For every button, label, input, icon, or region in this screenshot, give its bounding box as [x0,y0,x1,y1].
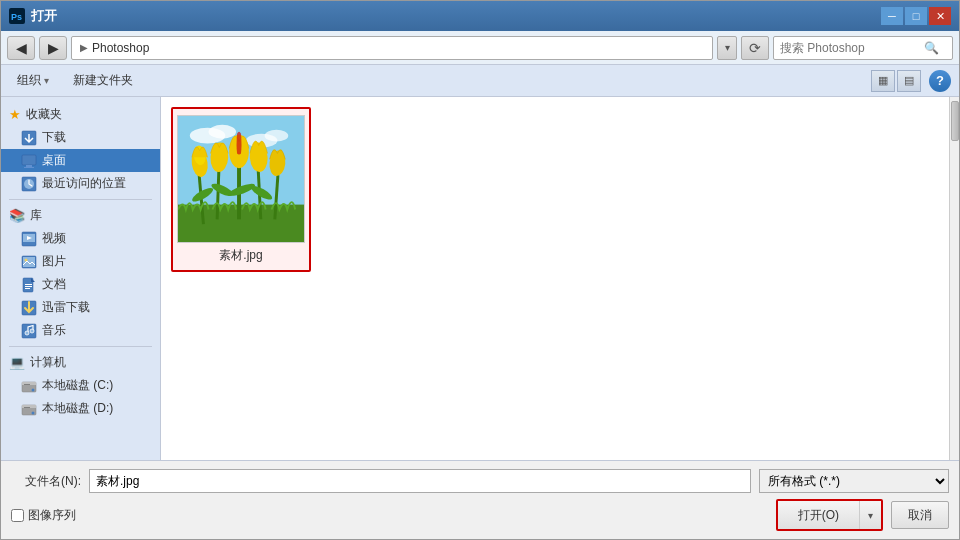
sidebar-item-desktop[interactable]: 桌面 [1,149,160,172]
desktop-icon [21,153,37,169]
main-area: ★ 收藏夹 下载 桌面 [1,97,959,460]
scrollbar-track[interactable] [949,97,959,460]
new-folder-label: 新建文件夹 [73,72,133,89]
breadcrumb[interactable]: ▶ Photoshop [71,36,713,60]
dialog-window: Ps 打开 ─ □ ✕ ◀ ▶ ▶ Photoshop ▾ ⟳ 🔍 [0,0,960,540]
file-item-sucai[interactable]: 素材.jpg [171,107,311,272]
svg-rect-12 [23,257,35,267]
filetype-select[interactable]: 所有格式 (*.*) [759,469,949,493]
tulip-svg [178,116,304,242]
open-dropdown-button[interactable]: ▾ [859,501,881,529]
close-button[interactable]: ✕ [929,7,951,25]
image-sequence-checkbox[interactable] [11,509,24,522]
documents-label: 文档 [42,276,66,293]
favorites-label: 收藏夹 [26,106,62,123]
open-button[interactable]: 打开(O) [778,501,859,529]
svg-point-21 [25,331,29,335]
sidebar-section-favorites: ★ 收藏夹 下载 桌面 [1,103,160,195]
drive-c-label: 本地磁盘 (C:) [42,377,113,394]
filename-input[interactable] [89,469,751,493]
svg-rect-3 [22,155,36,165]
minimize-button[interactable]: ─ [881,7,903,25]
sidebar-item-drive-d[interactable]: 本地磁盘 (D:) [1,397,160,420]
view-buttons: ▦ ▤ [871,70,921,92]
svg-point-35 [265,130,289,142]
sidebar-section-library: 📚 库 视频 图片 [1,204,160,342]
cancel-button[interactable]: 取消 [891,501,949,529]
help-button[interactable]: ? [929,70,951,92]
sidebar-section-computer: 💻 计算机 本地磁盘 (C:) 本地磁盘 (D:) [1,351,160,420]
list-view-button[interactable]: ▤ [897,70,921,92]
search-box: 🔍 [773,36,953,60]
sidebar-item-downloads[interactable]: 下载 [1,126,160,149]
forward-button[interactable]: ▶ [39,36,67,60]
window-title: 打开 [31,7,881,25]
sidebar-item-videos[interactable]: 视频 [1,227,160,250]
address-dropdown[interactable]: ▾ [717,36,737,60]
sidebar-item-pictures[interactable]: 图片 [1,250,160,273]
desktop-label: 桌面 [42,152,66,169]
scrollbar-thumb[interactable] [951,101,959,141]
drive-c-icon [21,378,37,394]
sidebar: ★ 收藏夹 下载 桌面 [1,97,161,460]
image-sequence-label[interactable]: 图像序列 [11,507,76,524]
toolbar: 组织 ▾ 新建文件夹 ▦ ▤ ? [1,65,959,97]
svg-rect-16 [25,284,32,285]
documents-icon [21,277,37,293]
sidebar-item-documents[interactable]: 文档 [1,273,160,296]
thunder-label: 迅雷下载 [42,299,90,316]
thumbnail-view-icon: ▦ [878,74,888,87]
videos-icon [21,231,37,247]
divider-1 [9,199,152,200]
svg-rect-17 [25,286,32,287]
sidebar-item-recent[interactable]: 最近访问的位置 [1,172,160,195]
window-controls: ─ □ ✕ [881,7,951,25]
maximize-button[interactable]: □ [905,7,927,25]
thumbnail-view-button[interactable]: ▦ [871,70,895,92]
open-btn-group: 打开(O) ▾ [776,499,883,531]
refresh-button[interactable]: ⟳ [741,36,769,60]
pictures-icon [21,254,37,270]
music-label: 音乐 [42,322,66,339]
svg-point-22 [30,329,34,333]
open-dropdown-icon: ▾ [868,510,873,521]
back-button[interactable]: ◀ [7,36,35,60]
content-area: 素材.jpg [161,97,949,460]
recent-icon [21,176,37,192]
action-row: 图像序列 打开(O) ▾ 取消 [11,499,949,531]
sidebar-favorites-header: ★ 收藏夹 [1,103,160,126]
address-bar: ◀ ▶ ▶ Photoshop ▾ ⟳ 🔍 [1,31,959,65]
library-icon: 📚 [9,208,25,223]
help-icon: ? [936,73,944,88]
sidebar-item-music[interactable]: 音乐 [1,319,160,342]
divider-2 [9,346,152,347]
search-input[interactable] [780,41,920,55]
organize-label: 组织 [17,72,41,89]
downloads-label: 下载 [42,129,66,146]
svg-rect-30 [24,407,30,408]
refresh-icon: ⟳ [749,40,761,56]
organize-button[interactable]: 组织 ▾ [9,69,57,93]
thunder-icon [21,300,37,316]
sidebar-item-drive-c[interactable]: 本地磁盘 (C:) [1,374,160,397]
computer-label: 计算机 [30,354,66,371]
svg-text:Ps: Ps [11,12,22,22]
sidebar-computer-header: 💻 计算机 [1,351,160,374]
svg-rect-26 [24,384,30,385]
breadcrumb-location: Photoshop [92,41,149,55]
back-icon: ◀ [16,40,27,56]
svg-rect-18 [25,288,30,289]
svg-rect-5 [24,167,34,168]
pictures-label: 图片 [42,253,66,270]
library-label: 库 [30,207,42,224]
search-icon: 🔍 [924,41,939,55]
computer-icon: 💻 [9,355,25,370]
svg-point-29 [32,411,35,414]
file-thumbnail-sucai [177,115,305,243]
drive-d-label: 本地磁盘 (D:) [42,400,113,417]
new-folder-button[interactable]: 新建文件夹 [65,69,141,93]
videos-label: 视频 [42,230,66,247]
sidebar-item-thunder[interactable]: 迅雷下载 [1,296,160,319]
ps-icon: Ps [9,8,25,24]
list-view-icon: ▤ [904,74,914,87]
